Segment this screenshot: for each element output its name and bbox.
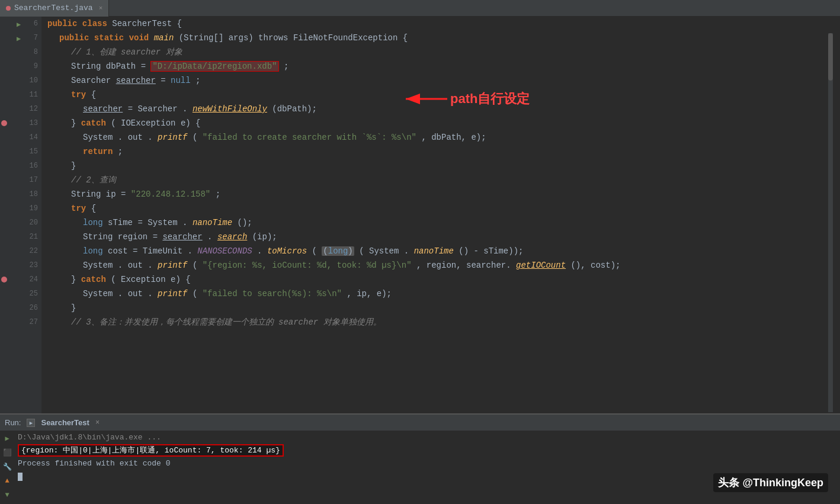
gutter-row-26: 26: [0, 301, 41, 315]
keyword-public-7: public: [59, 33, 89, 43]
code-line-15: return ;: [47, 145, 840, 159]
run-tab-close[interactable]: ×: [95, 419, 100, 427]
keyword-class: class: [82, 19, 107, 28]
console-settings-icon[interactable]: 🔧: [2, 462, 12, 471]
const-nanoseconds: NANOSECONDS: [197, 246, 252, 256]
gutter-row-16: 16: [0, 159, 41, 173]
code-line-9: String dbPath = "D:/ipData/ip2region.xdb…: [47, 59, 840, 73]
var-out-25: out: [128, 289, 143, 298]
comment-27: // 3、备注：并发使用，每个线程需要创建一个独立的 searcher 对象单独…: [71, 317, 381, 327]
gutter-row-10: 10: [0, 73, 41, 88]
code-line-21: String region = searcher . search (ip);: [47, 230, 840, 244]
code-line-24: } catch ( Exception e) {: [47, 272, 840, 287]
line-num-27: 27: [26, 318, 38, 326]
line-num-18: 18: [26, 190, 38, 198]
run-tab-bar: Run: ▶ SearcherTest ×: [0, 415, 840, 431]
class-timeunit: TimeUnit: [143, 246, 182, 256]
comment-17: // 2、查询: [71, 175, 116, 185]
console-down-icon[interactable]: ▼: [2, 490, 12, 500]
line-num-19: 19: [26, 204, 38, 213]
console-text-area: D:\Java\jdk1.8\bin\java.exe ... {region:…: [14, 431, 840, 504]
gutter-row-21: 21: [0, 230, 41, 244]
line-num-6: 6: [26, 20, 38, 28]
run-icon-6[interactable]: ▶: [17, 20, 24, 27]
run-tab-name[interactable]: SearcherTest: [41, 418, 89, 427]
method-printf-25: printf: [158, 289, 187, 298]
method-search: search: [217, 232, 247, 242]
gutter-row-8: 8: [0, 45, 41, 59]
code-line-27: // 3、备注：并发使用，每个线程需要创建一个独立的 searcher 对象单独…: [47, 315, 840, 329]
gutter-row-18: 18: [0, 187, 41, 201]
tab-close-button[interactable]: ×: [99, 5, 103, 12]
tab-dot: [6, 6, 11, 11]
gutter-row-6: ▶ 6: [0, 17, 41, 31]
keyword-void: void: [129, 33, 149, 43]
keyword-public-6: public: [47, 19, 77, 28]
code-line-23: System . out . printf ( "{region: %s, io…: [47, 258, 840, 272]
code-line-17: // 2、查询: [47, 173, 840, 187]
method-printf-14: printf: [158, 133, 187, 142]
gutter-row-7: ▶ 7: [0, 31, 41, 45]
keyword-return: return: [83, 147, 113, 156]
console-result-line: {region: 中国|0|上海|上海市|联通, ioCount: 7, too…: [18, 444, 840, 457]
method-main: main: [154, 33, 174, 43]
gutter-row-13: 13: [0, 116, 41, 130]
gutter-row-27: 27: [0, 315, 41, 329]
str-failed-search: "failed to search(%s): %s\n": [203, 289, 342, 298]
tab-bar: SearcherTest.java ×: [0, 0, 840, 17]
cursor-caret: [18, 473, 23, 481]
method-newwithfileonly: newWithFileOnly: [193, 104, 267, 114]
keyword-long-20: long: [83, 218, 103, 227]
line-num-13: 13: [26, 119, 38, 127]
class-system-25: System: [83, 289, 113, 298]
console-exit-msg: Process finished with exit code 0: [18, 457, 840, 470]
gutter-row-14: 14: [0, 130, 41, 145]
gutter-row-22: 22: [0, 244, 41, 258]
method-tomicros: toMicros: [267, 246, 307, 256]
var-searcher-12: searcher: [83, 104, 123, 114]
line-num-22: 22: [26, 247, 38, 255]
class-system-23: System: [83, 261, 113, 270]
keyword-try-19: try: [71, 204, 86, 213]
gutter-row-15: 15: [0, 145, 41, 159]
str-region-fmt: "{region: %s, ioCount: %d, took: %d µs}\…: [203, 261, 412, 270]
code-line-25: System . out . printf ( "failed to searc…: [47, 287, 840, 301]
console-java-cmd: D:\Java\jdk1.8\bin\java.exe ...: [18, 431, 840, 444]
keyword-null: null: [171, 76, 191, 85]
code-line-19: try {: [47, 201, 840, 216]
cast-long: (long): [322, 246, 354, 256]
run-label: Run:: [5, 418, 21, 427]
line-num-26: 26: [26, 304, 38, 312]
keyword-long-22: long: [83, 246, 103, 256]
line-num-17: 17: [26, 176, 38, 184]
string-dbpath-highlighted: "D:/ipData/ip2region.xdb": [150, 61, 278, 72]
line-num-9: 9: [26, 62, 38, 70]
type-searcher-12: Searcher: [137, 104, 177, 114]
gutter-row-11: 11: [0, 88, 41, 102]
code-line-7: public static void main (String[] args) …: [47, 31, 840, 45]
code-line-14: System . out . printf ( "failed to creat…: [47, 130, 840, 145]
tab-filename: SearcherTest.java: [14, 4, 93, 12]
keyword-try-11: try: [71, 90, 86, 99]
console-play-icon[interactable]: ▶: [2, 434, 12, 443]
run-icon-7[interactable]: ▶: [17, 34, 24, 41]
scrollbar-track[interactable]: [828, 33, 833, 412]
var-out-14: out: [128, 133, 143, 142]
line-num-25: 25: [26, 290, 38, 298]
console-up-icon[interactable]: ▲: [2, 476, 12, 486]
code-line-8: // 1、创建 searcher 对象: [47, 45, 840, 59]
line-num-15: 15: [26, 147, 38, 156]
annotation-text: path自行设定: [450, 90, 530, 108]
console-stop-icon[interactable]: ⬛: [2, 448, 12, 457]
method-nanotime-22: nanoTime: [414, 246, 454, 256]
line-num-11: 11: [26, 91, 38, 99]
keyword-catch-24: catch: [81, 275, 106, 284]
exception-ioexception: IOException: [121, 118, 175, 128]
code-content: public class SearcherTest { public stati…: [41, 17, 840, 413]
scrollbar-thumb[interactable]: [828, 33, 833, 81]
gutter-row-25: 25: [0, 287, 41, 301]
class-system-22: System: [369, 246, 399, 256]
file-tab[interactable]: SearcherTest.java ×: [0, 0, 109, 17]
code-line-26: }: [47, 301, 840, 315]
class-system-20: System: [148, 218, 177, 227]
